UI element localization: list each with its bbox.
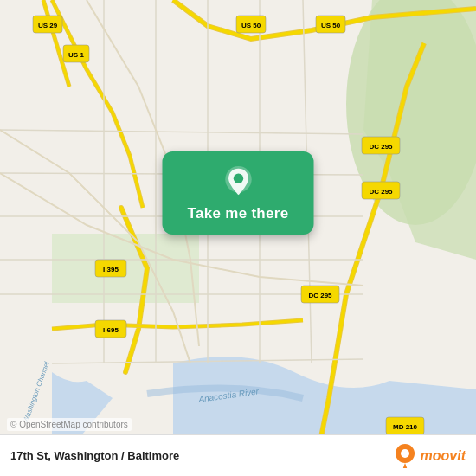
svg-text:US 29: US 29: [38, 22, 58, 29]
svg-point-38: [233, 174, 242, 183]
location-info: 17th St, Washington / Baltimore: [10, 449, 179, 462]
moovit-brand-icon: [393, 444, 417, 468]
svg-text:US 50: US 50: [241, 22, 261, 29]
take-me-there-button[interactable]: Take me there: [163, 151, 314, 235]
location-name: 17th St, Washington / Baltimore: [10, 449, 179, 462]
location-pin-icon: [222, 165, 254, 198]
svg-text:MD 210: MD 210: [393, 423, 418, 431]
moovit-logo-text: moovit: [421, 448, 466, 464]
svg-rect-2: [0, 0, 52, 476]
svg-text:I 695: I 695: [103, 326, 119, 334]
svg-text:DC 295: DC 295: [308, 292, 332, 299]
button-label: Take me there: [188, 205, 289, 222]
svg-text:DC 295: DC 295: [369, 188, 393, 196]
svg-text:US 50: US 50: [321, 22, 341, 29]
moovit-logo: moovit: [393, 444, 466, 468]
bottom-bar: 17th St, Washington / Baltimore moovit: [0, 434, 476, 476]
svg-text:US 1: US 1: [68, 51, 84, 59]
svg-text:DC 295: DC 295: [369, 143, 393, 151]
copyright-text: © OpenStreetMap contributors: [7, 418, 132, 431]
svg-point-40: [401, 449, 409, 458]
svg-text:I 395: I 395: [103, 266, 119, 273]
map-container: US 29 US 1 US 50 US 50 I 395 I 695 DC 29…: [0, 0, 476, 476]
map-svg: US 29 US 1 US 50 US 50 I 395 I 695 DC 29…: [0, 0, 476, 476]
